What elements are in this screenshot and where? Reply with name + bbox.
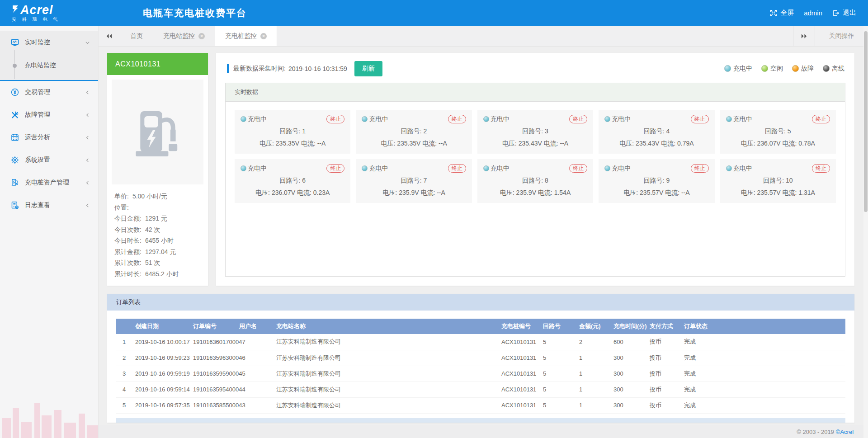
brand-link[interactable]: ©Acrel (836, 429, 854, 435)
device-id: ACX1010131 (107, 53, 208, 75)
circuit-card: 充电中 终止 回路号: 1 (235, 110, 350, 154)
circuit-number: 2 (424, 127, 427, 135)
stop-button[interactable]: 终止 (812, 115, 830, 123)
charging-pile-image-icon (129, 105, 186, 159)
stop-button[interactable]: 终止 (448, 164, 466, 173)
charging-status-icon (604, 165, 610, 171)
device-stat-line: 累计次数:51 次 (114, 257, 201, 268)
col-station: 充电站名称 (275, 319, 500, 334)
circuit-number: 10 (786, 177, 793, 184)
gear-icon (11, 156, 19, 164)
charging-status-icon (241, 165, 246, 171)
circuit-number: 9 (666, 177, 670, 184)
charging-status-icon (241, 116, 246, 122)
device-stat-line: 今日次数:42 次 (114, 224, 201, 235)
orders-panel: 订单列表 创建日期 (107, 294, 854, 423)
current-value: 0.23A (313, 189, 330, 196)
refresh-row: 最新数据采集时间: 2019-10-16 10:31:59 刷新 充电中 (216, 53, 854, 76)
collect-time-value: 2019-10-16 10:31:59 (288, 65, 347, 72)
refresh-button[interactable]: 刷新 (354, 61, 382, 76)
scrollbar-thumb[interactable] (864, 31, 868, 212)
chevron-left-icon (85, 158, 90, 163)
sidebar: 实时监控 充电站监控 交易管理 (0, 26, 99, 438)
sidebar-item-settings[interactable]: 系统设置 (0, 149, 98, 171)
charging-status-icon (483, 116, 489, 122)
sidebar-item-label: 运营分析 (25, 133, 50, 141)
charging-status-icon (604, 116, 610, 122)
chevron-left-icon (85, 113, 90, 118)
collect-time-label: 最新数据采集时间: (233, 65, 286, 73)
sidebar-item-label: 系统设置 (25, 156, 50, 164)
voltage-value: 236.07V (272, 189, 295, 196)
voltage-value: 235.35V (397, 140, 420, 147)
analysis-icon (11, 133, 19, 141)
sidebar-item-label: 实时监控 (25, 38, 50, 47)
order-row[interactable]: 4 2019-10-16 09:59:14 1910163595400044 江… (116, 381, 845, 397)
app-window: Acrel 安 科 瑞 电 气 电瓶车充电桩收费平台 全屏 admin (0, 0, 868, 438)
sidebar-item-logs[interactable]: 日志查看 (0, 194, 98, 217)
current-value: 1.54A (554, 189, 571, 196)
tab-pile-monitor[interactable]: 充电桩监控 ✕ (215, 26, 277, 46)
tab-station-monitor[interactable]: 充电站监控 ✕ (153, 26, 215, 46)
chevron-left-icon (85, 180, 90, 185)
tabs-scroll-left-icon[interactable] (99, 26, 120, 46)
device-stat-line: 位置: (114, 202, 201, 213)
sidebar-item-analysis[interactable]: 运营分析 (0, 126, 98, 149)
skyline-decoration (0, 398, 104, 438)
idle-status-icon (761, 65, 768, 72)
circuit-number: 3 (545, 127, 548, 135)
order-row[interactable]: 1 2019-10-16 10:00:17 1910163601700047 江… (116, 334, 845, 350)
voltage-value: 235.35V (276, 140, 299, 147)
tabs-scroll-right-icon[interactable] (793, 26, 815, 46)
current-value: 0.78A (798, 140, 815, 147)
charging-status-icon (724, 65, 731, 72)
col-circuit: 回路号 (542, 319, 578, 334)
accent-bar (227, 64, 229, 73)
current-value: --A (560, 140, 569, 147)
stop-button[interactable]: 终止 (569, 164, 587, 173)
sidebar-item-faults[interactable]: 故障管理 (0, 104, 98, 126)
sidebar-subitem-label: 充电站监控 (24, 61, 56, 70)
circuit-card: 充电中 终止 回路号: 6 (235, 159, 350, 203)
close-icon[interactable]: ✕ (260, 33, 267, 39)
legend-fault: 故障 (792, 65, 814, 73)
fullscreen-button[interactable]: 全屏 (770, 9, 794, 17)
vertical-scrollbar[interactable] (863, 26, 868, 438)
order-row[interactable]: 5 2019-10-16 09:57:35 1910163585500043 江… (116, 397, 845, 413)
col-pay: 支付方式 (649, 319, 683, 334)
circuit-card: 充电中 终止 回路号: 4 (599, 110, 714, 154)
sidebar-item-label: 充电桩资产管理 (25, 179, 69, 187)
stop-button[interactable]: 终止 (326, 164, 344, 173)
charging-status-icon (362, 116, 368, 122)
stop-button[interactable]: 终止 (691, 164, 709, 173)
status-legend: 充电中 空闲 故障 (724, 65, 844, 73)
voltage-value: 235.43V (636, 140, 659, 147)
stop-button[interactable]: 终止 (812, 164, 830, 173)
circuit-card: 充电中 终止 回路号: 10 (720, 159, 836, 203)
fault-status-icon (792, 65, 799, 72)
logout-button[interactable]: 退出 (832, 9, 856, 17)
circuit-number: 1 (302, 127, 306, 135)
stop-button[interactable]: 终止 (326, 115, 344, 123)
circuit-grid: 充电中 终止 回路号: 1 (235, 110, 836, 203)
sidebar-subitem-station-monitor[interactable]: 充电站监控 (0, 54, 98, 77)
stop-button[interactable]: 终止 (691, 115, 709, 123)
device-stat-line: 累计金额:1297.04 元 (114, 246, 201, 258)
current-value: --A (437, 189, 445, 196)
stop-button[interactable]: 终止 (569, 115, 587, 123)
order-row[interactable]: 2 2019-10-16 09:59:23 1910163596300046 江… (116, 350, 845, 366)
top-header: Acrel 安 科 瑞 电 气 电瓶车充电桩收费平台 全屏 admin (0, 0, 868, 26)
stop-button[interactable]: 终止 (448, 115, 466, 123)
copyright-text: © 2003 - 2019 (797, 429, 834, 435)
page-title: 电瓶车充电桩收费平台 (143, 7, 247, 19)
sidebar-item-pile-assets[interactable]: 充电桩资产管理 (0, 171, 98, 194)
current-user[interactable]: admin (804, 9, 822, 17)
close-icon[interactable]: ✕ (198, 33, 205, 39)
sidebar-item-label: 交易管理 (25, 88, 50, 96)
page-footer: © 2003 - 2019 ©Acrel (99, 425, 868, 438)
close-operations-menu[interactable]: 关闭操作 (815, 26, 868, 46)
realtime-panel-title: 实时数据 (226, 83, 845, 102)
order-row[interactable]: 3 2019-10-16 09:59:19 1910163595900045 江… (116, 366, 845, 381)
sidebar-item-transactions[interactable]: 交易管理 (0, 81, 98, 104)
tab-home[interactable]: 首页 (120, 26, 153, 46)
